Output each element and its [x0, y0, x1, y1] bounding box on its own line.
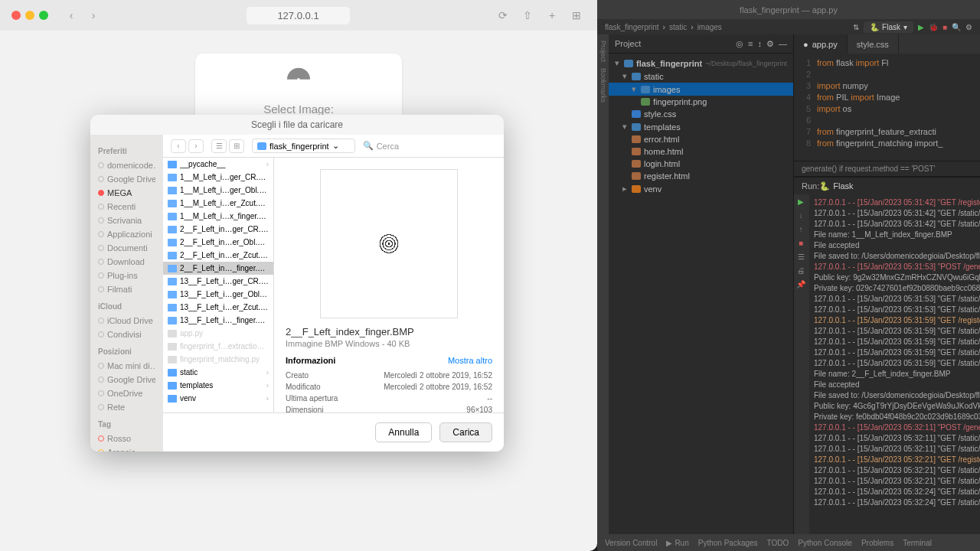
foot-run[interactable]: ▶ Run: [666, 539, 688, 547]
cancel-button[interactable]: Annulla: [375, 422, 432, 442]
project-tree[interactable]: ▾flask_fingerprint ~/Desktop/flask_finge…: [609, 54, 793, 198]
sidebar-tag[interactable]: Arancio: [98, 445, 155, 452]
sidebar-tag[interactable]: Rosso: [98, 432, 155, 445]
sidebar-item[interactable]: domenicode…: [98, 158, 155, 172]
view-columns-button[interactable]: ☰: [211, 139, 227, 153]
run-icon[interactable]: ▶: [918, 23, 924, 31]
target-icon[interactable]: ◎: [736, 39, 743, 49]
file-row[interactable]: fingerprint_matching.py: [163, 353, 273, 366]
tabs-button[interactable]: ⊞: [567, 8, 586, 23]
run-config-name[interactable]: 🐍 Flask: [819, 181, 853, 191]
run-sidebar[interactable]: ▶↓↑■☰🖨📌: [794, 194, 809, 534]
sidebar-item[interactable]: Filmati: [98, 282, 155, 296]
upload-button[interactable]: Carica: [439, 422, 492, 442]
file-row[interactable]: static›: [163, 366, 273, 379]
file-row[interactable]: 1__M_Left_i…ger_Obl.BMP: [163, 184, 273, 197]
info-label: Informazioni: [286, 356, 335, 365]
sidebar-item[interactable]: Condivisi: [98, 328, 155, 341]
file-row[interactable]: 1__M_Left_i…ger_CR.BMP: [163, 171, 273, 184]
file-row[interactable]: 13__F_Left_i…ger_Obl.BMP: [163, 288, 273, 301]
sidebar-item[interactable]: Recenti: [98, 200, 155, 214]
file-row[interactable]: fingerprint_f…extraction.py: [163, 340, 273, 353]
foot-pycon[interactable]: Python Console: [798, 539, 852, 547]
reload-button[interactable]: ⟳: [494, 8, 512, 23]
file-row[interactable]: venv›: [163, 392, 273, 405]
ide-left-gutter[interactable]: ProjectBookmarks: [597, 34, 609, 534]
safari-window: ‹ › 127.0.0.1 ⟳ ⇧ + ⊞ Select Image: Sceg…: [0, 0, 597, 551]
file-row[interactable]: 13__F_Left_i…er_Zcut.BMP: [163, 301, 273, 314]
foot-vcs[interactable]: Version Control: [605, 539, 657, 547]
url-field[interactable]: 127.0.0.1: [247, 7, 349, 24]
nav-forward-button[interactable]: ›: [84, 8, 103, 23]
gear-icon[interactable]: ⚙: [766, 39, 774, 49]
share-button[interactable]: ⇧: [518, 8, 537, 23]
file-list[interactable]: __pycache__›1__M_Left_i…ger_CR.BMP1__M_L…: [163, 158, 274, 412]
dialog-search[interactable]: 🔍 Cerca: [363, 141, 496, 151]
sidebar-item[interactable]: Google Drive: [98, 373, 155, 386]
sidebar-heading: iCloud: [98, 302, 155, 311]
sync-icon[interactable]: ⇅: [853, 23, 859, 31]
file-row[interactable]: app.py: [163, 327, 273, 340]
traffic-lights[interactable]: [11, 11, 48, 20]
tree-item[interactable]: error.html: [609, 133, 793, 145]
stop-icon[interactable]: ■: [942, 23, 947, 31]
tree-item[interactable]: login.html: [609, 158, 793, 170]
project-label[interactable]: Project: [615, 39, 641, 48]
file-row[interactable]: 1__M_Left_i…x_finger.BMP: [163, 210, 273, 223]
sidebar-item[interactable]: Google Drive: [98, 172, 155, 186]
editor-tab[interactable]: ● app.py: [794, 34, 848, 54]
file-row[interactable]: 2__F_Left_in…_finger.BMP: [163, 262, 273, 275]
dialog-forward-button[interactable]: ›: [188, 139, 204, 153]
show-more-link[interactable]: Mostra altro: [448, 356, 492, 365]
file-row[interactable]: templates›: [163, 379, 273, 392]
code-editor[interactable]: 1from flask import Fl23import numpy4from…: [794, 54, 980, 161]
nav-back-button[interactable]: ‹: [62, 8, 80, 23]
file-row[interactable]: 2__F_Left_in…er_Obl.BMP: [163, 236, 273, 249]
sidebar-item[interactable]: Rete: [98, 400, 155, 414]
file-row[interactable]: 13__F_Left_i…_finger.BMP: [163, 314, 273, 327]
sidebar-item[interactable]: iCloud Drive: [98, 314, 155, 328]
sort-icon[interactable]: ↕: [758, 39, 763, 49]
ide-breadcrumbs: flask_fingerprint› static› images ⇅ 🐍 Fl…: [597, 19, 980, 34]
sidebar-item[interactable]: Download: [98, 255, 155, 269]
foot-todo[interactable]: TODO: [767, 539, 789, 547]
console-output[interactable]: 127.0.0.1 - - [15/Jan/2023 05:31:42] "GE…: [809, 194, 980, 534]
run-config-select[interactable]: 🐍 Flask ▾: [864, 21, 913, 33]
file-row[interactable]: 13__F_Left_i…ger_CR.BMP: [163, 275, 273, 288]
info-row: Dimensioni96×103: [286, 404, 492, 412]
path-selector[interactable]: flask_fingerprint⌄: [252, 139, 355, 153]
sidebar-item[interactable]: MEGA: [98, 186, 155, 200]
sidebar-item[interactable]: Scrivania: [98, 214, 155, 227]
foot-terminal[interactable]: Terminal: [903, 539, 932, 547]
tree-item[interactable]: home.html: [609, 145, 793, 158]
file-row[interactable]: __pycache__›: [163, 158, 273, 171]
info-row: Ultima apertura--: [286, 393, 492, 404]
expand-icon[interactable]: ≡: [748, 39, 753, 49]
dialog-back-button[interactable]: ‹: [171, 139, 186, 153]
sidebar-item[interactable]: OneDrive: [98, 386, 155, 400]
foot-problems[interactable]: Problems: [861, 539, 893, 547]
breadcrumb-bar[interactable]: generate() if request.method == 'POST': [794, 161, 980, 177]
view-grid-button[interactable]: ⊞: [229, 139, 244, 153]
editor-tabs[interactable]: ● app.py style.css: [794, 34, 980, 54]
preview-subtitle: Immagine BMP Windows - 40 KB: [286, 339, 492, 348]
ide-title: flask_fingerprint — app.py: [597, 0, 980, 19]
file-row[interactable]: 2__F_Left_in…er_Zcut.BMP: [163, 249, 273, 262]
project-panel: Project ◎≡↕⚙— ▾flask_fingerprint ~/Deskt…: [609, 34, 794, 534]
foot-pkg[interactable]: Python Packages: [698, 539, 758, 547]
newtab-button[interactable]: +: [543, 8, 561, 23]
sidebar-item[interactable]: Documenti: [98, 241, 155, 255]
tree-item[interactable]: register.html: [609, 170, 793, 182]
sidebar-heading: Posizioni: [98, 347, 155, 356]
gear-icon[interactable]: ⚙: [965, 23, 972, 31]
info-row: ModificatoMercoledì 2 ottobre 2019, 16:5…: [286, 381, 492, 393]
sidebar-item[interactable]: Applicazioni: [98, 227, 155, 241]
sidebar-item[interactable]: Plug-ins: [98, 269, 155, 282]
editor-tab[interactable]: style.css: [848, 34, 899, 54]
debug-icon[interactable]: 🐞: [929, 23, 938, 31]
sidebar-item[interactable]: Mac mini di…: [98, 359, 155, 373]
hide-icon[interactable]: —: [779, 39, 787, 49]
file-row[interactable]: 1__M_Left_i…er_Zcut.BMP: [163, 197, 273, 210]
search-icon[interactable]: 🔍: [952, 23, 961, 31]
file-row[interactable]: 2__F_Left_in…ger_CR.BMP: [163, 223, 273, 236]
